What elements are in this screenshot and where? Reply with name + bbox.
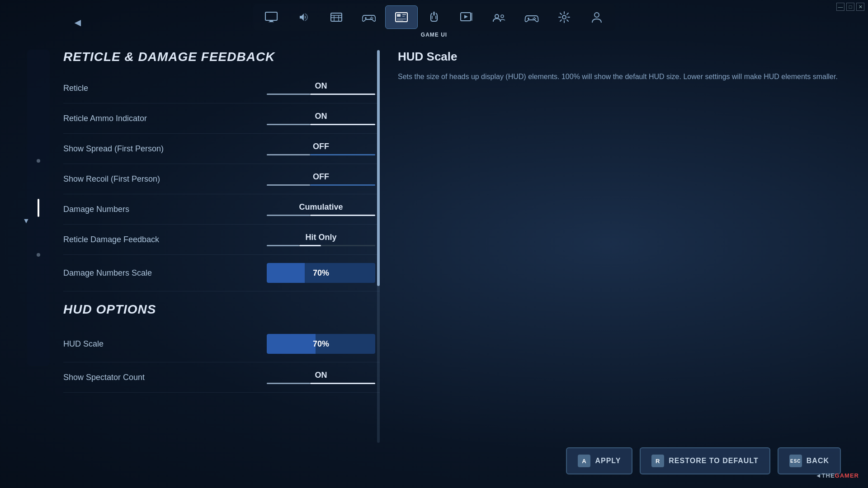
maximize-button[interactable]: □ [846,3,854,11]
rfeedback-slider-center [299,245,321,246]
setting-row-reticle-ammo: Reticle Ammo Indicator ON [63,103,380,134]
setting-control-hud-scale[interactable]: 70% [262,334,380,354]
restore-label: RESTORE TO DEFAULT [669,457,758,465]
nav-bar: GAME UI [0,0,868,43]
svg-point-34 [594,13,599,17]
nav-tab-controller[interactable] [515,5,548,29]
setting-row-damage-numbers: Damage Numbers Cumulative [63,194,380,225]
show-recoil-slider-blue [310,184,375,186]
damage-numbers-slider-right [310,215,375,216]
show-recoil-slider[interactable] [267,184,375,186]
nav-tab-game-ui[interactable] [385,5,418,29]
show-spread-slider[interactable] [267,154,375,155]
nav-tab-audio[interactable] [288,5,320,29]
back-arrow-icon[interactable]: ◄ [72,16,83,29]
reticle-ammo-slider-right [310,124,375,125]
svg-point-32 [533,18,533,19]
svg-point-10 [371,17,372,18]
back-button[interactable]: ESC BACK [778,447,841,474]
nav-tab-gamepad[interactable] [353,5,385,29]
setting-control-reticle-ammo[interactable]: ON [262,112,380,125]
rfeedback-slider-right [321,245,375,246]
settings-list-hud: HUD Scale 70% Show Spectator Count ON [63,326,380,393]
show-recoil-slider-left [267,184,310,186]
setting-control-damage-numbers[interactable]: Cumulative [262,202,380,216]
hud-scale-slider[interactable]: 70% [267,334,375,354]
section-reticle-title: RETICLE & DAMAGE FEEDBACK [63,50,380,64]
setting-row-damage-numbers-scale: Damage Numbers Scale 70% [63,255,380,291]
nav-tab-touch[interactable] [418,5,450,29]
svg-point-11 [372,18,373,19]
nav-tab-controls[interactable] [320,5,353,29]
sidebar-dot-1[interactable] [37,159,40,163]
svg-rect-0 [265,12,277,20]
setting-label-show-recoil: Show Recoil (First Person) [63,174,160,184]
nav-icons-container [253,4,615,31]
minimize-button[interactable]: — [836,3,844,11]
show-spread-value: OFF [313,142,329,151]
nav-tab-social[interactable] [483,5,515,29]
svg-rect-16 [402,14,406,15]
show-spread-slider-blue [310,154,375,155]
damage-numbers-scale-slider[interactable]: 70% [267,263,375,283]
nav-active-label: GAME UI [421,32,447,38]
apply-button[interactable]: A APPLY [566,447,632,474]
watermark-text: ◄THEGAMER [816,472,859,479]
right-panel-description: Sets the size of heads up display (HUD) … [398,71,841,83]
spectator-count-value: ON [315,371,327,380]
svg-point-13 [371,19,372,19]
reticle-damage-feedback-value: Hit Only [305,233,336,242]
sidebar-dot-2[interactable] [38,199,39,217]
left-sidebar [27,50,50,366]
damage-numbers-scale-value: 70% [267,268,375,278]
svg-rect-3 [331,13,342,21]
show-recoil-value: OFF [313,172,329,182]
setting-control-reticle-damage-feedback[interactable]: Hit Only [262,233,380,246]
damage-numbers-slider[interactable] [267,215,375,216]
show-spread-slider-left [267,154,310,155]
setting-row-show-spread: Show Spread (First Person) OFF [63,134,380,164]
reticle-damage-feedback-slider[interactable] [267,245,375,246]
scrollbar-thumb [377,50,380,286]
rfeedback-slider-left [267,245,299,246]
setting-label-damage-numbers: Damage Numbers [63,205,129,214]
watermark: ◄THEGAMER [816,472,859,479]
nav-tab-account[interactable] [580,5,613,29]
svg-point-31 [534,19,535,20]
spectator-count-slider[interactable] [267,383,375,384]
reticle-slider-right [310,94,375,95]
setting-control-reticle[interactable]: ON [262,81,380,95]
nav-tab-misc[interactable] [548,5,580,29]
svg-rect-2 [269,22,274,22]
svg-point-29 [534,17,535,18]
reticle-ammo-slider[interactable] [267,124,375,125]
reticle-value: ON [315,81,327,91]
spectator-slider-left [267,383,310,384]
setting-row-show-recoil: Show Recoil (First Person) OFF [63,164,380,194]
damage-numbers-slider-left [267,215,310,216]
section-hud-title: HUD OPTIONS [63,302,380,317]
setting-label-spectator-count: Show Spectator Count [63,373,145,382]
svg-rect-18 [397,19,406,19]
main-content: RETICLE & DAMAGE FEEDBACK Reticle ON Ret… [63,50,380,443]
damage-numbers-value: Cumulative [299,202,343,212]
svg-rect-19 [397,20,403,21]
sidebar-dot-3[interactable] [37,253,40,257]
setting-control-damage-numbers-scale[interactable]: 70% [262,263,380,283]
nav-tab-display[interactable] [255,5,288,29]
reticle-slider[interactable] [267,94,375,95]
scrollbar[interactable] [377,50,380,443]
apply-icon: A [578,455,590,467]
setting-label-reticle-damage-feedback: Reticle Damage Feedback [63,235,159,244]
reticle-ammo-value: ON [315,112,327,121]
right-panel-title: HUD Scale [398,50,841,64]
restore-default-button[interactable]: R RESTORE TO DEFAULT [640,447,770,474]
close-button[interactable]: ✕ [856,3,864,11]
hud-scale-value: 70% [267,339,375,349]
setting-control-spectator-count[interactable]: ON [262,371,380,384]
setting-label-damage-numbers-scale: Damage Numbers Scale [63,268,152,278]
reticle-slider-left [267,94,310,95]
setting-control-show-spread[interactable]: OFF [262,142,380,155]
nav-tab-replay[interactable] [450,5,483,29]
setting-control-show-recoil[interactable]: OFF [262,172,380,186]
